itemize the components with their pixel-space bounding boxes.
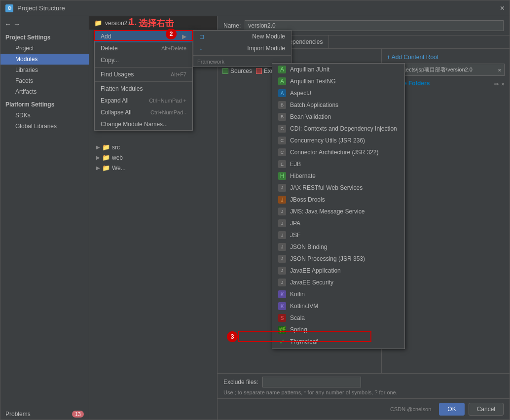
fw-kotlin-jvm[interactable]: K Kotlin/JVM: [272, 300, 404, 312]
import-module-item[interactable]: ↓ Import Module: [193, 42, 291, 54]
sidebar-item-facets[interactable]: Facets: [0, 75, 89, 86]
add-content-root-button[interactable]: + Add Content Root: [387, 54, 505, 61]
sidebar-item-modules[interactable]: Modules: [0, 54, 89, 65]
fw-label-json-processing: JSON Processing (JSR 353): [290, 255, 365, 262]
sidebar-item-problems[interactable]: Problems 13: [0, 409, 89, 420]
fw-icon-aspectj: A: [278, 89, 286, 97]
fw-thymeleaf[interactable]: ✔ Thymeleaf: [272, 336, 404, 348]
module-row[interactable]: 📁 version2.0: [89, 16, 217, 30]
cancel-button[interactable]: Cancel: [469, 403, 504, 416]
fw-arquillian-testng[interactable]: A Arquillian TestNG: [272, 75, 404, 87]
exclude-label: Exclude files:: [223, 379, 258, 385]
back-button[interactable]: ←: [4, 20, 11, 28]
fw-spring[interactable]: 🌿 Spring: [272, 324, 404, 336]
fw-bean-validation[interactable]: B Bean Validation: [272, 111, 404, 123]
import-module-icon: ↓: [199, 45, 202, 52]
fw-label-jms: JMS: Java Message Service: [290, 208, 364, 215]
fw-jpa[interactable]: J JPA: [272, 217, 404, 229]
project-settings-label: Project Settings: [0, 30, 89, 43]
context-menu-find-usages[interactable]: Find Usages Alt+F7: [95, 69, 192, 80]
src-label: src: [112, 144, 120, 151]
exclude-hint: Use ; to separate name patterns, * for a…: [223, 387, 504, 395]
context-menu-collapse[interactable]: Collapse All Ctrl+NumPad -: [95, 106, 192, 118]
fw-label-scala: Scala: [290, 315, 305, 321]
sources-indicator: Sources: [222, 68, 252, 74]
context-menu-expand[interactable]: Expand All Ctrl+NumPad +: [95, 95, 192, 106]
exclude-files-row: Exclude files: Use ; to separate name pa…: [218, 373, 510, 398]
context-menu-copy[interactable]: Copy...: [95, 54, 192, 66]
edit-source-folder-button[interactable]: ✏: [494, 81, 499, 88]
path-close-icon[interactable]: ×: [498, 67, 501, 73]
folder-item-src[interactable]: ▶ 📁 src: [93, 142, 213, 152]
sidebar-item-modules-label: Modules: [15, 56, 37, 63]
fw-label-jsf: JSF: [290, 232, 300, 239]
fw-aspectj[interactable]: A AspectJ: [272, 87, 404, 99]
fw-label-hibernate: Hibernate: [290, 173, 316, 179]
exclude-files-inner: Exclude files:: [223, 377, 504, 387]
fw-jax-restful[interactable]: J JAX RESTful Web Services: [272, 182, 404, 194]
fw-label-spring: Spring: [290, 326, 307, 333]
fw-jsf[interactable]: J JSF: [272, 229, 404, 241]
fw-kotlin[interactable]: K Kotlin: [272, 288, 404, 300]
title-bar-left: ⚙ Project Structure: [5, 4, 65, 12]
source-folders-actions: ✏ ×: [494, 81, 505, 88]
context-menu-flatten[interactable]: Flatten Modules: [95, 83, 192, 95]
separator2: [95, 81, 192, 82]
fw-icon-scala: S: [278, 314, 286, 322]
fw-label-arquillian-junit: Arquillian JUnit: [290, 66, 329, 73]
close-button[interactable]: ×: [500, 4, 505, 13]
sidebar-item-artifacts[interactable]: Artifacts: [0, 86, 89, 97]
sources-label: Sources: [230, 68, 252, 74]
fw-javaee-security[interactable]: J JavaEE Security: [272, 277, 404, 288]
flatten-label: Flatten Modules: [101, 85, 143, 92]
fw-label-jpa: JPA: [290, 220, 300, 227]
fw-connector[interactable]: C Connector Architecture (JSR 322): [272, 146, 404, 158]
fw-scala[interactable]: S Scala: [272, 312, 404, 324]
fw-label-javaee-security: JavaEE Security: [290, 279, 333, 286]
context-menu-add[interactable]: Add ▶: [95, 31, 192, 42]
sidebar-item-project[interactable]: Project: [0, 43, 89, 54]
forward-button[interactable]: →: [13, 20, 20, 28]
context-menu-delete[interactable]: Delete Alt+Delete: [95, 42, 192, 54]
find-usages-label: Find Usages: [101, 71, 134, 78]
find-usages-shortcut: Alt+F7: [171, 71, 186, 77]
fw-ejb[interactable]: E EJB: [272, 158, 404, 170]
name-label: Name:: [223, 22, 241, 29]
new-module-icon: ◻: [199, 33, 204, 40]
title-bar: ⚙ Project Structure ×: [0, 0, 510, 16]
fw-jms[interactable]: J JMS: Java Message Service: [272, 206, 404, 217]
change-names-label: Change Module Names...: [101, 121, 168, 128]
remove-source-folder-button[interactable]: ×: [501, 81, 505, 88]
folder-item-web[interactable]: ▶ 📁 web: [93, 152, 213, 163]
fw-jboss-drools[interactable]: J JBoss Drools: [272, 194, 404, 206]
framework-menu: A Arquillian JUnit A Arquillian TestNG A…: [272, 63, 405, 349]
sidebar-item-sdks[interactable]: SDKs: [0, 110, 89, 121]
fw-icon-bean: B: [278, 113, 286, 121]
add-label: Add: [101, 33, 111, 40]
fw-concurrency[interactable]: C Concurrency Utils (JSR 236): [272, 135, 404, 146]
fw-batch-applications[interactable]: B Batch Applications: [272, 99, 404, 111]
fw-label-arquillian-testng: Arquillian TestNG: [290, 78, 335, 85]
fw-json-processing[interactable]: J JSON Processing (JSR 353): [272, 253, 404, 265]
exclude-files-input[interactable]: [262, 377, 361, 387]
add-arrow: ▶: [182, 33, 186, 40]
fw-label-thymeleaf: Thymeleaf: [290, 338, 318, 345]
fw-icon-javaee-security: J: [278, 279, 286, 286]
fw-label-jax-restful: JAX RESTful Web Services: [290, 184, 363, 191]
new-module-item[interactable]: ◻ New Module: [193, 31, 291, 42]
fw-transaction-api[interactable]: T Transaction API (JSR 907): [272, 348, 404, 349]
name-input[interactable]: [245, 20, 504, 31]
fw-cdi[interactable]: C CDI: Contexts and Dependency Injection: [272, 123, 404, 135]
folder-item-we[interactable]: ▶ 📁 We...: [93, 163, 213, 173]
sidebar-item-libraries[interactable]: Libraries: [0, 65, 89, 75]
fw-hibernate[interactable]: H Hibernate: [272, 170, 404, 182]
fw-json-binding[interactable]: J JSON Binding: [272, 241, 404, 253]
sidebar-item-facets-label: Facets: [15, 77, 33, 84]
sidebar-item-global-libraries[interactable]: Global Libraries: [0, 121, 89, 132]
context-menu-change-names[interactable]: Change Module Names...: [95, 118, 192, 130]
module-name-label: version2.0: [105, 20, 132, 27]
fw-arquillian-junit[interactable]: A Arquillian JUnit: [272, 64, 404, 75]
fw-javaee-app[interactable]: J JavaEE Application: [272, 265, 404, 277]
ok-button[interactable]: OK: [439, 403, 464, 416]
fw-label-batch-applications: Batch Applications: [290, 102, 338, 108]
